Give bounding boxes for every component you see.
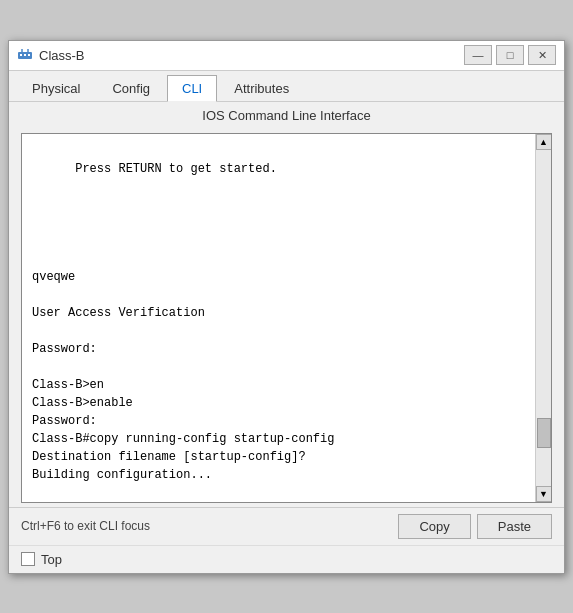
copy-button[interactable]: Copy	[398, 514, 470, 539]
bottom-buttons: Copy Paste	[398, 514, 552, 539]
svg-rect-3	[28, 54, 30, 56]
tab-cli[interactable]: CLI	[167, 75, 217, 102]
svg-rect-2	[24, 54, 26, 56]
scrollbar-down-button[interactable]: ▼	[536, 486, 552, 502]
minimize-button[interactable]: —	[464, 45, 492, 65]
top-checkbox[interactable]	[21, 552, 35, 566]
title-controls: — □ ✕	[464, 45, 556, 65]
cli-text: Press RETURN to get started. qveqwe User…	[32, 162, 334, 482]
bottom-bar: Ctrl+F6 to exit CLI focus Copy Paste	[9, 507, 564, 545]
footer-bar: Top	[9, 545, 564, 573]
tab-bar: Physical Config CLI Attributes	[9, 71, 564, 102]
main-window: Class-B — □ ✕ Physical Config CLI Attrib…	[8, 40, 565, 574]
scrollbar-up-button[interactable]: ▲	[536, 134, 552, 150]
scrollbar-thumb[interactable]	[537, 418, 551, 448]
scrollbar-track[interactable]	[536, 150, 551, 486]
cli-container: Press RETURN to get started. qveqwe User…	[21, 133, 552, 503]
cli-scrollbar: ▲ ▼	[535, 134, 551, 502]
cli-output-area[interactable]: Press RETURN to get started. qveqwe User…	[22, 134, 535, 502]
top-checkbox-area: Top	[21, 552, 62, 567]
top-label: Top	[41, 552, 62, 567]
tab-attributes[interactable]: Attributes	[219, 75, 304, 101]
maximize-button[interactable]: □	[496, 45, 524, 65]
title-bar-left: Class-B	[17, 47, 85, 63]
svg-rect-1	[20, 54, 22, 56]
router-icon	[17, 47, 33, 63]
title-bar: Class-B — □ ✕	[9, 41, 564, 71]
paste-button[interactable]: Paste	[477, 514, 552, 539]
section-title: IOS Command Line Interface	[9, 102, 564, 129]
tab-physical[interactable]: Physical	[17, 75, 95, 101]
cli-hint-text: Ctrl+F6 to exit CLI focus	[21, 519, 150, 533]
window-title: Class-B	[39, 48, 85, 63]
close-button[interactable]: ✕	[528, 45, 556, 65]
tab-config[interactable]: Config	[97, 75, 165, 101]
